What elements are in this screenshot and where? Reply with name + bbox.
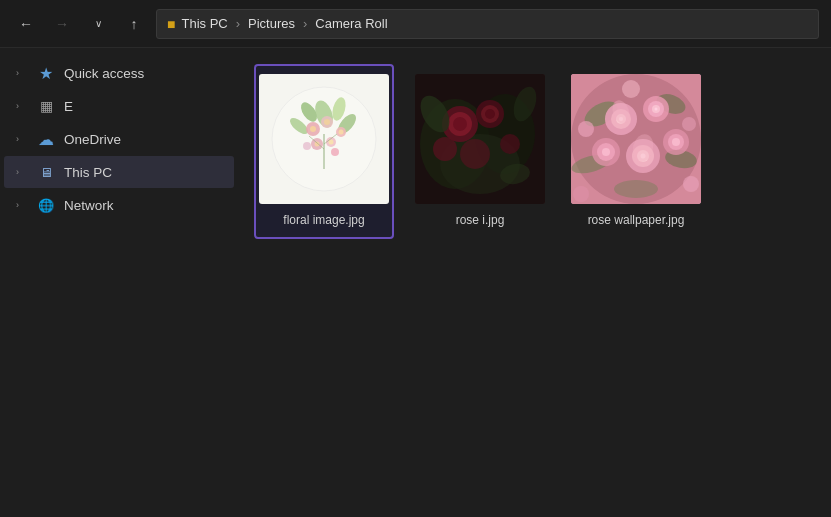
svg-point-66 <box>683 176 699 192</box>
file-thumbnail-rose-i <box>415 74 545 204</box>
svg-point-11 <box>310 126 316 132</box>
sidebar-item-onedrive[interactable]: › ☁ OneDrive <box>4 123 234 155</box>
sidebar-label-onedrive: OneDrive <box>64 132 121 147</box>
file-item-floral[interactable]: floral image.jpg <box>254 64 394 239</box>
svg-point-43 <box>614 180 658 198</box>
svg-point-31 <box>433 137 457 161</box>
file-thumbnail-rose-wallpaper <box>571 74 701 204</box>
breadcrumb-pictures: Pictures <box>248 16 295 31</box>
sidebar-label-network: Network <box>64 198 114 213</box>
up-icon: ↑ <box>131 16 138 32</box>
svg-point-30 <box>485 109 495 119</box>
folder-icon: ■ <box>167 16 175 32</box>
forward-button[interactable]: → <box>48 10 76 38</box>
sidebar-item-network[interactable]: › 🌐 Network <box>4 189 234 221</box>
sidebar-label-quick-access: Quick access <box>64 66 144 81</box>
content-area: floral image.jpg <box>238 48 831 517</box>
svg-point-63 <box>682 117 696 131</box>
svg-point-33 <box>460 139 490 169</box>
toolbar: ← → ∨ ↑ ■ This PC › Pictures › Camera Ro… <box>0 0 831 48</box>
breadcrumb-this-pc: This PC <box>181 16 227 31</box>
chevron-icon: › <box>16 68 28 78</box>
svg-point-32 <box>500 134 520 154</box>
svg-point-54 <box>602 148 610 156</box>
svg-point-64 <box>622 80 640 98</box>
recent-button[interactable]: ∨ <box>84 10 112 38</box>
breadcrumb-sep-1: › <box>236 16 240 31</box>
chevron-icon: › <box>16 134 28 144</box>
file-thumbnail-floral <box>259 74 389 204</box>
cloud-icon: ☁ <box>36 129 56 149</box>
address-bar[interactable]: ■ This PC › Pictures › Camera Roll <box>156 9 819 39</box>
building-icon: ▦ <box>36 96 56 116</box>
back-button[interactable]: ← <box>12 10 40 38</box>
sidebar: › ★ Quick access › ▦ E › ☁ OneDrive › 🖥 … <box>0 48 238 517</box>
svg-point-27 <box>453 117 467 131</box>
sidebar-item-quick-access[interactable]: › ★ Quick access <box>4 57 234 89</box>
file-name-floral: floral image.jpg <box>283 212 364 229</box>
file-item-rose-i[interactable]: rose i.jpg <box>410 64 550 239</box>
svg-point-16 <box>331 148 339 156</box>
pc-icon: 🖥 <box>36 162 56 182</box>
sidebar-item-this-pc[interactable]: › 🖥 This PC <box>4 156 234 188</box>
sidebar-label-this-pc: This PC <box>64 165 112 180</box>
main-layout: › ★ Quick access › ▦ E › ☁ OneDrive › 🖥 … <box>0 48 831 517</box>
up-button[interactable]: ↑ <box>120 10 148 38</box>
svg-point-62 <box>578 121 594 137</box>
breadcrumb-sep-2: › <box>303 16 307 31</box>
svg-point-9 <box>339 130 344 135</box>
svg-point-51 <box>655 108 658 111</box>
chevron-icon: › <box>16 200 28 210</box>
svg-point-61 <box>672 138 680 146</box>
back-icon: ← <box>19 16 33 32</box>
chevron-down-icon: ∨ <box>95 18 102 29</box>
svg-point-7 <box>324 119 330 125</box>
svg-point-17 <box>303 142 311 150</box>
svg-point-65 <box>573 186 589 202</box>
chevron-icon: › <box>16 167 28 177</box>
file-name-rose-wallpaper: rose wallpaper.jpg <box>588 212 685 229</box>
file-name-rose-i: rose i.jpg <box>456 212 505 229</box>
breadcrumb-camera-roll: Camera Roll <box>315 16 387 31</box>
network-icon: 🌐 <box>36 195 56 215</box>
star-icon: ★ <box>36 63 56 83</box>
forward-icon: → <box>55 16 69 32</box>
sidebar-item-e[interactable]: › ▦ E <box>4 90 234 122</box>
sidebar-label-e: E <box>64 99 73 114</box>
chevron-icon: › <box>16 101 28 111</box>
file-item-rose-wallpaper[interactable]: rose wallpaper.jpg <box>566 64 706 239</box>
